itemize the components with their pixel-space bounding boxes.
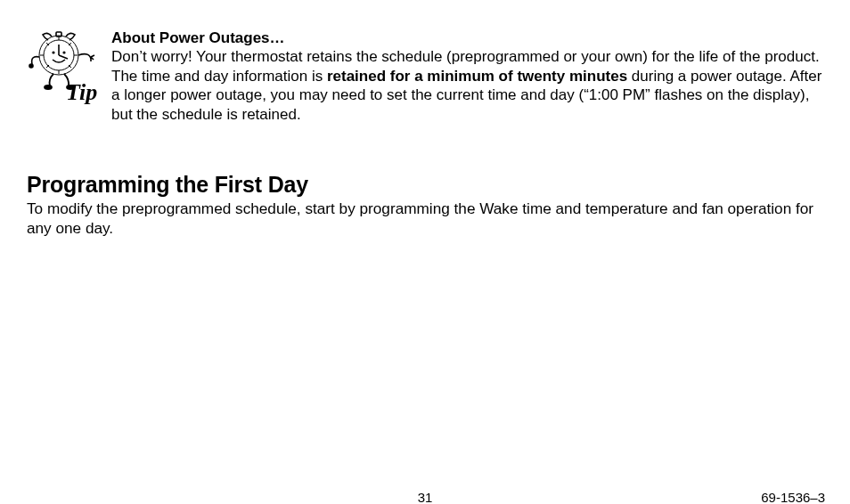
tip-title: About Power Outages… xyxy=(111,29,285,46)
page-number: 31 xyxy=(0,490,850,504)
svg-point-12 xyxy=(62,51,65,53)
section-body: To modify the preprogrammed schedule, st… xyxy=(27,199,823,238)
svg-point-15 xyxy=(29,64,33,68)
svg-line-14 xyxy=(59,55,68,59)
tip-block: Tip About Power Outages… Don’t worry! Yo… xyxy=(27,28,823,124)
svg-point-16 xyxy=(45,85,52,89)
tip-text: About Power Outages… Don’t worry! Your t… xyxy=(111,28,823,124)
section-heading: Programming the First Day xyxy=(27,172,823,198)
tip-icon: Tip xyxy=(27,28,111,107)
svg-rect-2 xyxy=(56,32,61,37)
document-page: Tip About Power Outages… Don’t worry! Yo… xyxy=(0,0,850,504)
document-number: 69-1536–3 xyxy=(761,490,825,504)
tip-body-bold: retained for a minimum of twenty minutes xyxy=(327,68,627,85)
svg-point-11 xyxy=(52,51,54,53)
tip-label-text: Tip xyxy=(66,79,97,105)
